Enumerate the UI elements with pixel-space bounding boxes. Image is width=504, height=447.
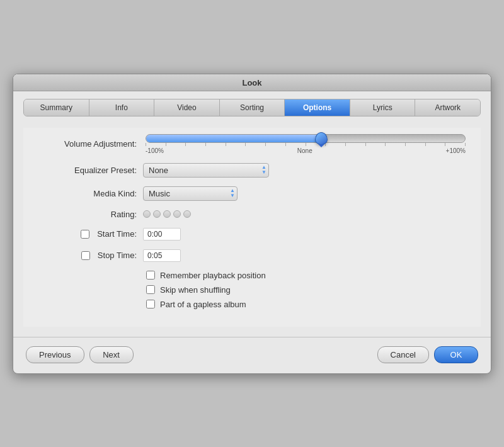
tab-video[interactable]: Video: [154, 99, 220, 116]
options-form: Volume Adjustment: -: [23, 128, 481, 327]
tab-info[interactable]: Info: [89, 99, 155, 116]
start-time-label: Start Time:: [97, 229, 137, 239]
rating-star-4[interactable]: [173, 210, 181, 218]
slider-labels: -100% None +100%: [146, 147, 466, 154]
ok-button[interactable]: OK: [434, 346, 478, 363]
slider-ticks: [143, 143, 468, 146]
gapless-album-label[interactable]: Part of a gapless album: [160, 300, 246, 309]
stop-time-label: Stop Time:: [98, 251, 137, 260]
tab-artwork[interactable]: Artwork: [415, 99, 480, 116]
tab-lyrics[interactable]: Lyrics: [350, 99, 416, 116]
window-title: Look: [242, 78, 261, 88]
equalizer-row: Equalizer Preset: None Acoustic Bass Boo…: [36, 163, 468, 178]
media-kind-row: Media Kind: Music Audiobook Music Video …: [36, 186, 468, 201]
skip-shuffling-checkbox[interactable]: [146, 285, 155, 294]
content-area: Summary Info Video Sorting Options Lyric…: [13, 91, 491, 337]
volume-fill: [146, 135, 321, 142]
volume-row: Volume Adjustment: -: [36, 134, 468, 154]
previous-button[interactable]: Previous: [26, 346, 84, 363]
gapless-album-row: Part of a gapless album: [146, 300, 468, 309]
start-time-label-area: Start Time:: [36, 229, 137, 239]
next-button[interactable]: Next: [89, 346, 134, 363]
checkbox-section: Remember playback position Skip when shu…: [36, 271, 468, 309]
bottom-bar: Previous Next Cancel OK: [13, 337, 491, 373]
bottom-left-buttons: Previous Next: [26, 346, 134, 363]
slider-mid-label: None: [297, 147, 312, 154]
bottom-right-buttons: Cancel OK: [377, 346, 478, 363]
skip-shuffling-row: Skip when shuffling: [146, 285, 468, 295]
volume-thumb[interactable]: [315, 132, 328, 145]
equalizer-select-wrapper: None Acoustic Bass Booster Classical Dan…: [143, 163, 269, 178]
rating-row: Rating:: [36, 210, 468, 219]
slider-max-label: +100%: [446, 147, 466, 154]
media-kind-select-wrapper: Music Audiobook Music Video Movie TV Sho…: [143, 186, 238, 201]
stop-time-checkbox[interactable]: [81, 251, 90, 260]
equalizer-select[interactable]: None Acoustic Bass Booster Classical Dan…: [143, 163, 269, 178]
remember-playback-checkbox[interactable]: [146, 271, 155, 280]
main-window: Look Summary Info Video Sorting Options …: [13, 74, 491, 374]
equalizer-label: Equalizer Preset:: [36, 166, 137, 175]
remember-playback-label[interactable]: Remember playback position: [160, 271, 266, 280]
media-kind-select[interactable]: Music Audiobook Music Video Movie TV Sho…: [143, 186, 238, 201]
remember-playback-row: Remember playback position: [146, 271, 468, 280]
start-time-row: Start Time:: [36, 228, 468, 240]
volume-slider-track[interactable]: [146, 134, 466, 143]
stop-time-input[interactable]: [143, 249, 181, 262]
stop-time-row: Stop Time:: [36, 249, 468, 262]
rating-star-5[interactable]: [183, 210, 191, 218]
rating-label: Rating:: [36, 210, 137, 219]
skip-shuffling-label[interactable]: Skip when shuffling: [160, 285, 231, 295]
gapless-album-checkbox[interactable]: [146, 300, 155, 308]
slider-min-label: -100%: [146, 147, 164, 154]
rating-star-2[interactable]: [153, 210, 161, 218]
tab-bar: Summary Info Video Sorting Options Lyric…: [23, 99, 481, 116]
rating-star-1[interactable]: [143, 210, 151, 218]
volume-label: Volume Adjustment:: [36, 139, 137, 149]
start-time-checkbox[interactable]: [81, 230, 89, 239]
stop-time-label-area: Stop Time:: [36, 251, 137, 260]
start-time-input[interactable]: [143, 228, 181, 240]
title-bar: Look: [13, 74, 491, 91]
media-kind-label: Media Kind:: [36, 189, 137, 198]
volume-slider-container: -100% None +100%: [143, 134, 468, 154]
tab-summary[interactable]: Summary: [24, 99, 89, 116]
rating-stars: [143, 210, 191, 218]
tab-sorting[interactable]: Sorting: [220, 99, 285, 116]
rating-star-3[interactable]: [163, 210, 171, 218]
cancel-button[interactable]: Cancel: [377, 346, 429, 363]
tab-options[interactable]: Options: [285, 99, 350, 116]
